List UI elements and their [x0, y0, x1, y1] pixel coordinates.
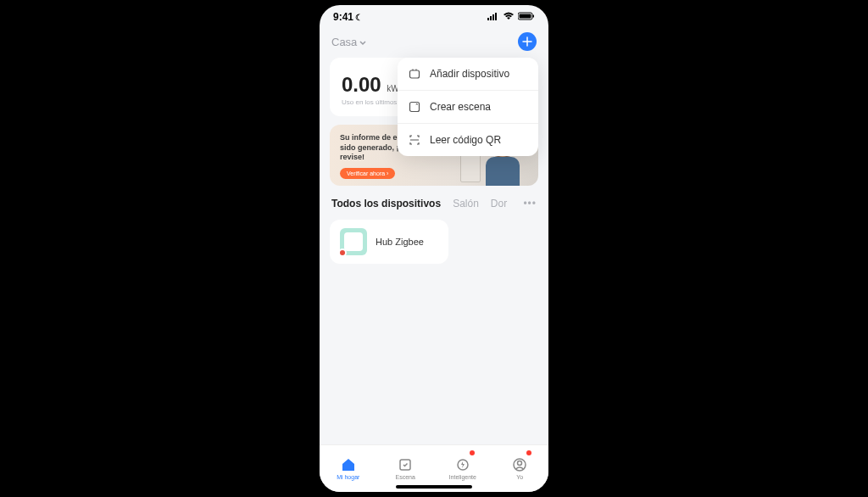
tab-all-devices[interactable]: Todos los dispositivos	[331, 198, 441, 209]
nav-me-label: Yo	[516, 474, 523, 480]
menu-create-scene[interactable]: Crear escena	[398, 90, 538, 123]
device-name: Hub Zigbee	[376, 237, 424, 247]
room-tabs: Todos los dispositivos Salón Dor •••	[320, 186, 548, 216]
phone-frame: 9:41 ☾ Casa 0.00 kWh Uso en	[320, 5, 548, 492]
home-selector[interactable]: Casa	[331, 36, 366, 48]
dnd-moon-icon: ☾	[355, 13, 363, 22]
status-time: 9:41	[333, 11, 353, 23]
signal-icon	[487, 11, 499, 23]
svg-rect-6	[533, 15, 535, 18]
menu-scan-qr[interactable]: Leer código QR	[398, 123, 538, 156]
status-bar: 9:41 ☾	[320, 5, 548, 29]
home-indicator	[396, 485, 472, 489]
svg-point-13	[518, 461, 522, 466]
energy-value: 0.00	[342, 73, 381, 96]
nav-home[interactable]: Mi hogar	[320, 445, 377, 492]
svg-rect-5	[520, 14, 531, 19]
svg-rect-7	[410, 70, 420, 78]
scene-icon	[398, 457, 413, 472]
add-button[interactable]	[518, 32, 537, 51]
tabs-more-icon[interactable]: •••	[523, 198, 537, 209]
plus-icon	[522, 36, 532, 47]
svg-rect-1	[490, 16, 492, 20]
device-outline-icon	[408, 67, 421, 81]
svg-rect-3	[495, 13, 497, 20]
nav-me[interactable]: Yo	[492, 445, 549, 492]
profile-icon	[512, 457, 527, 472]
svg-rect-0	[487, 18, 489, 20]
banner-cta-button[interactable]: Verificar ahora ›	[340, 168, 395, 179]
home-icon	[341, 457, 356, 472]
battery-icon	[518, 11, 535, 23]
svg-rect-8	[410, 103, 420, 112]
nav-me-badge	[526, 450, 531, 455]
nav-smart-badge	[470, 450, 475, 455]
menu-add-device[interactable]: Añadir dispositivo	[398, 58, 538, 90]
tab-salon[interactable]: Salón	[453, 198, 479, 209]
device-offline-icon	[338, 248, 347, 257]
nav-home-label: Mi hogar	[337, 474, 359, 480]
device-card-hub-zigbee[interactable]: Hub Zigbee	[330, 220, 448, 264]
qr-scan-icon	[408, 133, 421, 147]
home-label-text: Casa	[331, 36, 357, 48]
bottom-nav: Mi hogar Escena Inteligente Yo	[320, 444, 548, 492]
nav-smart-label: Inteligente	[449, 474, 476, 480]
svg-rect-2	[492, 14, 494, 20]
tab-dor[interactable]: Dor	[491, 198, 507, 209]
wifi-icon	[503, 11, 515, 23]
device-icon	[340, 228, 367, 255]
nav-scene-label: Escena	[396, 474, 415, 480]
menu-create-scene-label: Crear escena	[430, 101, 491, 113]
menu-scan-qr-label: Leer código QR	[430, 134, 501, 146]
header: Casa	[320, 29, 548, 58]
smart-icon	[455, 457, 470, 472]
add-dropdown: Añadir dispositivo Crear escena Leer cód…	[398, 58, 538, 156]
menu-add-device-label: Añadir dispositivo	[430, 68, 509, 80]
chevron-down-icon	[359, 36, 366, 48]
sparkle-square-icon	[408, 100, 421, 114]
